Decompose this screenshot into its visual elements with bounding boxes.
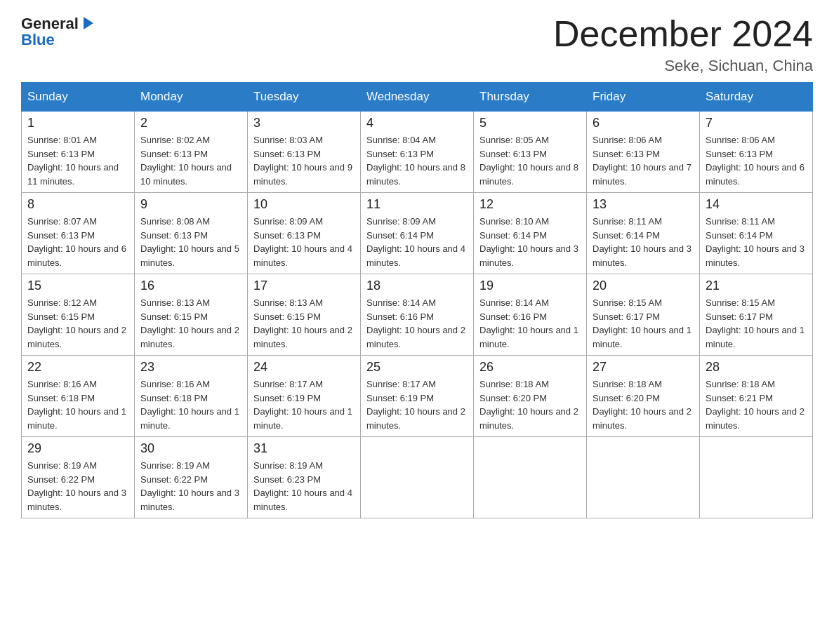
calendar-cell: 9 Sunrise: 8:08 AMSunset: 6:13 PMDayligh… [135,193,248,274]
calendar-cell: 2 Sunrise: 8:02 AMSunset: 6:13 PMDayligh… [135,112,248,193]
day-info: Sunrise: 8:16 AMSunset: 6:18 PMDaylight:… [140,379,239,431]
logo-blue-text: Blue [21,31,55,49]
calendar-cell: 17 Sunrise: 8:13 AMSunset: 6:15 PMDaylig… [248,274,361,356]
calendar-cell: 25 Sunrise: 8:17 AMSunset: 6:19 PMDaylig… [361,356,474,437]
svg-marker-0 [84,17,93,29]
calendar-cell: 29 Sunrise: 8:19 AMSunset: 6:22 PMDaylig… [22,437,135,518]
calendar-cell: 14 Sunrise: 8:11 AMSunset: 6:14 PMDaylig… [700,193,813,274]
calendar-subtitle: Seke, Sichuan, China [553,57,813,75]
calendar-cell: 26 Sunrise: 8:18 AMSunset: 6:20 PMDaylig… [474,356,587,437]
day-number: 14 [706,197,807,212]
day-info: Sunrise: 8:04 AMSunset: 6:13 PMDaylight:… [366,135,465,187]
calendar-table: Sunday Monday Tuesday Wednesday Thursday… [21,82,813,518]
day-number: 11 [366,197,468,212]
day-number: 8 [27,197,128,212]
day-info: Sunrise: 8:07 AMSunset: 6:13 PMDaylight:… [27,216,126,268]
day-number: 28 [706,360,807,375]
calendar-cell: 1 Sunrise: 8:01 AMSunset: 6:13 PMDayligh… [22,112,135,193]
day-info: Sunrise: 8:09 AMSunset: 6:13 PMDaylight:… [253,216,352,268]
calendar-cell [587,437,700,518]
calendar-week-row-2: 8 Sunrise: 8:07 AMSunset: 6:13 PMDayligh… [22,193,813,274]
day-info: Sunrise: 8:19 AMSunset: 6:22 PMDaylight:… [140,460,239,512]
calendar-cell: 7 Sunrise: 8:06 AMSunset: 6:13 PMDayligh… [700,112,813,193]
calendar-cell [700,437,813,518]
day-info: Sunrise: 8:02 AMSunset: 6:13 PMDaylight:… [140,135,232,187]
calendar-cell: 30 Sunrise: 8:19 AMSunset: 6:22 PMDaylig… [135,437,248,518]
day-number: 2 [140,116,241,130]
day-info: Sunrise: 8:12 AMSunset: 6:15 PMDaylight:… [27,297,126,349]
day-number: 25 [366,360,468,375]
calendar-cell: 16 Sunrise: 8:13 AMSunset: 6:15 PMDaylig… [135,274,248,356]
day-info: Sunrise: 8:17 AMSunset: 6:19 PMDaylight:… [366,379,465,431]
calendar-cell: 6 Sunrise: 8:06 AMSunset: 6:13 PMDayligh… [587,112,700,193]
day-info: Sunrise: 8:03 AMSunset: 6:13 PMDaylight:… [253,135,352,187]
calendar-cell: 13 Sunrise: 8:11 AMSunset: 6:14 PMDaylig… [587,193,700,274]
calendar-cell: 4 Sunrise: 8:04 AMSunset: 6:13 PMDayligh… [361,112,474,193]
calendar-week-row-3: 15 Sunrise: 8:12 AMSunset: 6:15 PMDaylig… [22,274,813,356]
calendar-cell [474,437,587,518]
day-info: Sunrise: 8:06 AMSunset: 6:13 PMDaylight:… [706,135,805,187]
logo-arrow-icon [81,15,96,34]
day-number: 13 [593,197,694,212]
day-info: Sunrise: 8:13 AMSunset: 6:15 PMDaylight:… [140,297,239,349]
day-info: Sunrise: 8:15 AMSunset: 6:17 PMDaylight:… [706,297,805,349]
day-number: 12 [479,197,581,212]
day-info: Sunrise: 8:09 AMSunset: 6:14 PMDaylight:… [366,216,465,268]
header-friday: Friday [587,83,700,112]
day-number: 23 [140,360,241,375]
day-number: 20 [593,279,694,293]
day-number: 22 [27,360,128,375]
day-number: 9 [140,197,241,212]
day-info: Sunrise: 8:08 AMSunset: 6:13 PMDaylight:… [140,216,239,268]
day-number: 4 [366,116,468,130]
day-number: 26 [479,360,581,375]
calendar-cell: 28 Sunrise: 8:18 AMSunset: 6:21 PMDaylig… [700,356,813,437]
day-info: Sunrise: 8:15 AMSunset: 6:17 PMDaylight:… [593,297,691,349]
day-number: 21 [706,279,807,293]
calendar-cell: 12 Sunrise: 8:10 AMSunset: 6:14 PMDaylig… [474,193,587,274]
calendar-cell: 8 Sunrise: 8:07 AMSunset: 6:13 PMDayligh… [22,193,135,274]
calendar-cell: 27 Sunrise: 8:18 AMSunset: 6:20 PMDaylig… [587,356,700,437]
calendar-cell: 11 Sunrise: 8:09 AMSunset: 6:14 PMDaylig… [361,193,474,274]
day-info: Sunrise: 8:19 AMSunset: 6:22 PMDaylight:… [27,460,126,512]
day-number: 19 [479,279,581,293]
day-info: Sunrise: 8:10 AMSunset: 6:14 PMDaylight:… [479,216,578,268]
calendar-cell: 3 Sunrise: 8:03 AMSunset: 6:13 PMDayligh… [248,112,361,193]
day-info: Sunrise: 8:14 AMSunset: 6:16 PMDaylight:… [366,297,465,349]
day-number: 27 [593,360,694,375]
day-info: Sunrise: 8:18 AMSunset: 6:20 PMDaylight:… [593,379,691,431]
title-area: December 2024 Seke, Sichuan, China [553,14,813,75]
calendar-week-row-5: 29 Sunrise: 8:19 AMSunset: 6:22 PMDaylig… [22,437,813,518]
calendar-week-row-1: 1 Sunrise: 8:01 AMSunset: 6:13 PMDayligh… [22,112,813,193]
day-number: 1 [27,116,128,130]
page-header: General Blue December 2024 Seke, Sichuan… [21,14,813,75]
day-number: 30 [140,441,241,456]
day-info: Sunrise: 8:01 AMSunset: 6:13 PMDaylight:… [27,135,119,187]
logo: General Blue [21,14,96,49]
day-info: Sunrise: 8:05 AMSunset: 6:13 PMDaylight:… [479,135,578,187]
day-number: 18 [366,279,468,293]
header-saturday: Saturday [700,83,813,112]
calendar-cell: 20 Sunrise: 8:15 AMSunset: 6:17 PMDaylig… [587,274,700,356]
day-number: 3 [253,116,355,130]
day-info: Sunrise: 8:13 AMSunset: 6:15 PMDaylight:… [253,297,352,349]
day-number: 15 [27,279,128,293]
day-info: Sunrise: 8:18 AMSunset: 6:20 PMDaylight:… [479,379,578,431]
calendar-cell: 10 Sunrise: 8:09 AMSunset: 6:13 PMDaylig… [248,193,361,274]
calendar-cell: 18 Sunrise: 8:14 AMSunset: 6:16 PMDaylig… [361,274,474,356]
day-number: 6 [593,116,694,130]
day-info: Sunrise: 8:17 AMSunset: 6:19 PMDaylight:… [253,379,352,431]
calendar-cell: 31 Sunrise: 8:19 AMSunset: 6:23 PMDaylig… [248,437,361,518]
day-info: Sunrise: 8:06 AMSunset: 6:13 PMDaylight:… [593,135,691,187]
day-number: 29 [27,441,128,456]
calendar-week-row-4: 22 Sunrise: 8:16 AMSunset: 6:18 PMDaylig… [22,356,813,437]
header-sunday: Sunday [22,83,135,112]
day-info: Sunrise: 8:19 AMSunset: 6:23 PMDaylight:… [253,460,352,512]
day-info: Sunrise: 8:16 AMSunset: 6:18 PMDaylight:… [27,379,126,431]
day-info: Sunrise: 8:14 AMSunset: 6:16 PMDaylight:… [479,297,578,349]
day-number: 5 [479,116,581,130]
calendar-cell: 24 Sunrise: 8:17 AMSunset: 6:19 PMDaylig… [248,356,361,437]
day-number: 16 [140,279,241,293]
calendar-title: December 2024 [553,14,813,54]
day-info: Sunrise: 8:11 AMSunset: 6:14 PMDaylight:… [706,216,805,268]
